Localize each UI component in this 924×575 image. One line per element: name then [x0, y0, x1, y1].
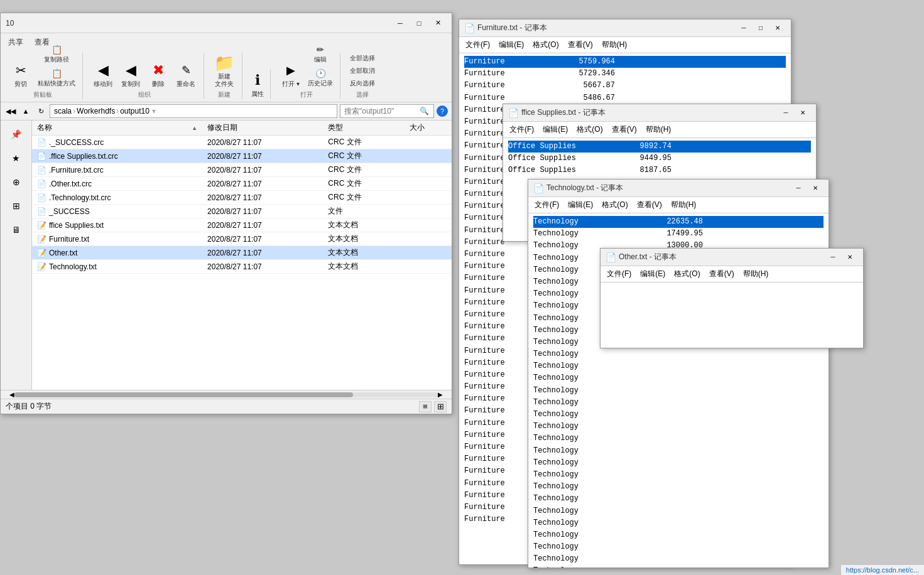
- table-row[interactable]: 📄._SUCCESS.crc 2020/8/27 11:07 CRC 文件: [32, 136, 452, 149]
- explorer-maximize-btn[interactable]: □: [410, 17, 428, 30]
- search-box[interactable]: 🔍: [340, 104, 434, 118]
- table-row[interactable]: 📝ffice Supplies.txt 2020/8/27 11:07 文本文档: [32, 218, 452, 232]
- hscroll-right-btn[interactable]: ▶: [438, 391, 443, 398]
- col-size-header[interactable]: 大小: [405, 121, 452, 136]
- notepad-tech-menu-format[interactable]: 格式(O): [598, 198, 631, 212]
- table-row[interactable]: 📝Furniture.txt 2020/8/27 11:07 文本文档: [32, 232, 452, 246]
- properties-button[interactable]: ℹ 属性: [245, 69, 271, 99]
- open-button[interactable]: ▶ 打开 ▾: [278, 59, 303, 89]
- notepad-tech-menu-edit[interactable]: 编辑(E): [564, 198, 597, 212]
- notepad-office-menu-view[interactable]: 查看(V): [608, 123, 641, 136]
- history-button[interactable]: 🕐 历史记录: [306, 67, 335, 89]
- col-name-header[interactable]: 名称 ▲: [32, 121, 202, 136]
- address-path[interactable]: scala › Workerhdfs › output10 ▾: [50, 104, 337, 118]
- view-list-btn[interactable]: ≡: [419, 401, 432, 412]
- open-group-label: 打开: [300, 90, 313, 99]
- table-row[interactable]: 📄.Furniture.txt.crc 2020/8/27 11:07 CRC …: [32, 163, 452, 177]
- invert-select-button[interactable]: 反向选择: [348, 78, 377, 89]
- notepad-office-menu-help[interactable]: 帮助(H): [642, 123, 675, 136]
- hscroll-track[interactable]: [14, 392, 438, 397]
- move-to-button[interactable]: ◀ 移动到: [90, 59, 116, 89]
- notepad-furniture-menu-file[interactable]: 文件(F): [462, 38, 494, 51]
- cut-button[interactable]: ✂ 剪切: [8, 59, 33, 89]
- new-folder-button[interactable]: 📁 新建文件夹: [212, 51, 237, 89]
- notepad-tech-menu-view[interactable]: 查看(V): [633, 198, 666, 212]
- notepad-office-menu-edit[interactable]: 编辑(E): [539, 123, 572, 136]
- quick-access-star-btn[interactable]: ★: [5, 147, 28, 169]
- hscroll-thumb[interactable]: [14, 392, 353, 397]
- notepad-furniture-menu-edit[interactable]: 编辑(E): [495, 38, 528, 51]
- file-list-area: 📌 ★ ⊕ ⊞ 🖥 名称 ▲ 修改日期 类型 大小: [1, 121, 452, 390]
- table-row[interactable]: 📄_SUCCESS 2020/8/27 11:07 文件: [32, 205, 452, 218]
- notepad-row: Technology: [533, 360, 823, 372]
- paste-shortcut-button[interactable]: 📋 粘贴快捷方式: [36, 67, 77, 89]
- help-btn[interactable]: ?: [437, 105, 448, 117]
- notepad-office-close-btn[interactable]: ✕: [795, 107, 811, 119]
- notepad-row: Technology: [533, 553, 823, 565]
- notepad-tech-minimize-btn[interactable]: ─: [790, 182, 807, 195]
- rename-button[interactable]: ✎ 重命名: [173, 59, 198, 89]
- breadcrumb-output10[interactable]: output10: [120, 107, 149, 116]
- new-folder-icon: 📁: [214, 53, 234, 73]
- quick-access-resize-btn[interactable]: ⊞: [5, 195, 28, 217]
- quick-access-monitor-btn[interactable]: 🖥: [5, 218, 28, 241]
- notepad-col1: Technology: [533, 445, 621, 457]
- notepad-other-close-btn[interactable]: ✕: [842, 251, 858, 264]
- col-type-header[interactable]: 类型: [323, 121, 405, 136]
- col-date-header[interactable]: 修改日期: [202, 121, 323, 136]
- explorer-minimize-btn[interactable]: ─: [391, 17, 409, 30]
- breadcrumb-workerhdfs[interactable]: Workerhdfs: [77, 107, 115, 116]
- notepad-furniture-menu-format[interactable]: 格式(O): [529, 38, 562, 51]
- notepad-office-menu-file[interactable]: 文件(F): [506, 123, 538, 136]
- delete-button[interactable]: ✖ 删除: [146, 59, 171, 89]
- breadcrumb-scala[interactable]: scala: [54, 107, 72, 116]
- explorer-close-btn[interactable]: ✕: [429, 17, 447, 30]
- quick-access-move-btn[interactable]: ⊕: [5, 171, 28, 193]
- notepad-tech-menu-help[interactable]: 帮助(H): [667, 198, 700, 212]
- table-row[interactable]: 📝Technology.txt 2020/8/27 11:07 文本文档: [32, 260, 452, 274]
- notepad-tech-close-btn[interactable]: ✕: [807, 182, 823, 195]
- notepad-other-menu-help[interactable]: 帮助(H): [739, 267, 773, 281]
- table-row[interactable]: 📄.ffice Supplies.txt.crc 2020/8/27 11:07…: [32, 149, 452, 163]
- notepad-furniture-menu-view[interactable]: 查看(V): [564, 38, 597, 51]
- file-date-cell: 2020/8/27 11:07: [202, 205, 323, 218]
- notepad-office-minimize-btn[interactable]: ─: [778, 107, 794, 119]
- notepad-furniture-title-text: Furniture.txt - 记事本: [477, 23, 547, 33]
- notepad-col2: 9449.95: [609, 153, 671, 164]
- copy-path-label: 复制路径: [44, 55, 69, 64]
- table-row[interactable]: 📄.Technology.txt.crc 2020/8/27 11:07 CRC…: [32, 191, 452, 205]
- horizontal-scrollbar[interactable]: ◀ ▶: [1, 390, 452, 399]
- file-name-cell: 📄.ffice Supplies.txt.crc: [32, 149, 202, 163]
- notepad-tech-menu-file[interactable]: 文件(F): [531, 198, 563, 212]
- file-list-body: 📄._SUCCESS.crc 2020/8/27 11:07 CRC 文件 📄.…: [32, 136, 452, 274]
- nav-up-btn[interactable]: ▲: [19, 105, 32, 117]
- view-grid-btn[interactable]: ⊞: [434, 401, 447, 412]
- notepad-row: Technology: [533, 493, 823, 505]
- notepad-other-minimize-btn[interactable]: ─: [825, 251, 841, 264]
- table-row[interactable]: 📝Other.txt 2020/8/27 11:07 文本文档: [32, 246, 452, 260]
- select-none-button[interactable]: 全部取消: [348, 65, 377, 77]
- notepad-office-menu-format[interactable]: 格式(O): [573, 123, 606, 136]
- search-input[interactable]: [344, 107, 420, 116]
- copy-to-button[interactable]: ◀ 复制到: [118, 59, 143, 89]
- notepad-furniture-maximize-btn[interactable]: □: [753, 22, 769, 35]
- hscroll-left-btn[interactable]: ◀: [9, 391, 14, 398]
- quick-access-pin-btn[interactable]: 📌: [5, 123, 28, 146]
- notepad-furniture-minimize-btn[interactable]: ─: [736, 22, 752, 35]
- notepad-other-menu-edit[interactable]: 编辑(E): [636, 267, 669, 281]
- notepad-other-menu-view[interactable]: 查看(V): [705, 267, 738, 281]
- nav-refresh-btn[interactable]: ↻: [35, 105, 47, 117]
- copy-path-button[interactable]: 📋 复制路径: [36, 43, 77, 65]
- select-all-button[interactable]: 全部选择: [348, 53, 377, 64]
- notepad-furniture-menu-help[interactable]: 帮助(H): [598, 38, 631, 51]
- nav-back-btn[interactable]: ◀◀: [4, 105, 17, 117]
- notepad-furniture-close-btn[interactable]: ✕: [769, 22, 786, 35]
- edit-button[interactable]: ✏ 编辑: [306, 43, 335, 65]
- notepad-other-menu-format[interactable]: 格式(O): [670, 267, 704, 281]
- notepad-row: Technology: [533, 565, 823, 567]
- table-row[interactable]: 📄.Other.txt.crc 2020/8/27 11:07 CRC 文件: [32, 177, 452, 191]
- history-icon: 🕐: [313, 68, 327, 79]
- notepad-other-menu-file[interactable]: 文件(F): [603, 267, 635, 281]
- notepad-row: Furniture5486.67: [464, 92, 786, 104]
- file-size-cell: [405, 177, 452, 191]
